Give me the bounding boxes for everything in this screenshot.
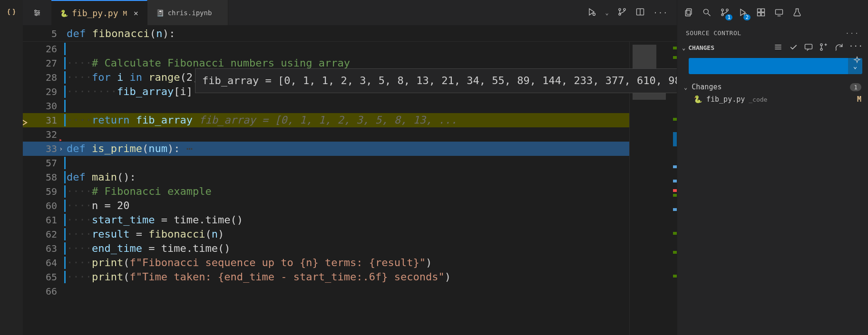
run-debug-icon[interactable]: 2 — [738, 8, 748, 19]
svg-rect-21 — [776, 10, 783, 14]
panel-title: SOURCE CONTROL — [686, 29, 741, 37]
line-number: 58 — [23, 170, 67, 184]
source-control-panel: 1 2 SOURCE CONTROL ··· ⌄ CHANGES ··· — [677, 0, 868, 335]
view-list-icon[interactable] — [773, 42, 783, 53]
branch-icon[interactable] — [617, 7, 627, 18]
line-number: 60 — [23, 199, 67, 213]
tab-filename: fib_py.py — [72, 8, 118, 18]
svg-line-12 — [708, 13, 711, 16]
sticky-scroll[interactable]: 5 def fibonacci(n): — [23, 26, 677, 42]
extensions-icon[interactable] — [756, 8, 766, 19]
svg-point-4 — [619, 9, 621, 10]
chevron-down-icon[interactable]: ⌄ — [605, 10, 608, 16]
svg-rect-20 — [761, 12, 765, 16]
line-number: 31 — [23, 113, 67, 127]
line-number: 29 — [23, 85, 67, 99]
line-number: 26 — [23, 42, 67, 56]
run-debug-icon[interactable] — [587, 7, 596, 18]
line-number: 28 — [23, 70, 67, 85]
svg-point-0 — [35, 10, 36, 11]
svg-rect-17 — [758, 9, 761, 12]
remote-icon[interactable] — [774, 8, 784, 19]
debug-inline-value: fib_array = [0, 1, 1, 2, 3, 5, 8, 13, ..… — [199, 114, 457, 126]
check-icon[interactable] — [789, 42, 798, 53]
python-file-icon: 🐍 — [60, 10, 68, 17]
badge-count: 2 — [743, 14, 751, 20]
editor-column: 🐍 fib_py.py M ✕ 📓 chris.ipynb ⌄ ··· 5 de… — [23, 0, 677, 335]
svg-point-3 — [593, 13, 595, 16]
changed-file-item[interactable]: 🐍 fib_py.py _code M — [682, 93, 863, 105]
panel-top-icons: 1 2 — [677, 0, 868, 26]
commit-button[interactable] — [689, 58, 848, 74]
more-icon[interactable]: ··· — [846, 29, 859, 37]
tab-filename: chris.ipynb — [168, 9, 212, 17]
svg-rect-9 — [687, 9, 692, 14]
line-number: 61 — [23, 213, 67, 227]
files-icon[interactable] — [684, 8, 693, 19]
refresh-icon[interactable] — [834, 42, 844, 53]
message-icon[interactable] — [804, 42, 813, 53]
settings-toggle-icon[interactable] — [23, 0, 51, 25]
svg-rect-18 — [761, 9, 765, 12]
debug-hover-tooltip: fib_array = [0, 1, 1, 2, 3, 5, 8, 13, 21… — [195, 68, 677, 93]
beaker-icon[interactable] — [792, 8, 802, 19]
sticky-code: def fibonacci(n): — [67, 28, 176, 39]
commit-row: ⌄ — [677, 55, 868, 79]
line-number: 32 ▸ — [23, 127, 67, 142]
changes-tree-header[interactable]: ⌄ Changes 1 — [682, 81, 863, 93]
line-number: 64 — [23, 256, 67, 270]
more-icon[interactable]: ··· — [653, 9, 668, 17]
svg-point-1 — [38, 12, 39, 13]
chevron-down-icon[interactable]: ⌄ — [684, 84, 687, 91]
changes-subhead[interactable]: ⌄ CHANGES ··· — [677, 40, 868, 55]
branch-plus-icon[interactable] — [819, 42, 829, 53]
change-count-badge: 1 — [850, 83, 861, 91]
line-number: 5 — [23, 28, 67, 39]
activity-bar — [0, 0, 23, 335]
svg-point-28 — [820, 48, 822, 50]
search-icon[interactable] — [702, 8, 712, 19]
badge-count: 1 — [725, 14, 732, 20]
changed-file-name: fib_py.py — [706, 95, 745, 104]
close-icon[interactable]: ✕ — [134, 9, 138, 18]
changes-tree: ⌄ Changes 1 🐍 fib_py.py _code M — [677, 79, 868, 107]
chevron-down-icon[interactable]: ⌄ — [682, 45, 685, 51]
line-number: 63 — [23, 241, 67, 256]
svg-rect-26 — [805, 44, 812, 49]
svg-point-5 — [624, 9, 625, 10]
line-number: 65 — [23, 270, 67, 284]
line-number: 66 — [23, 284, 67, 298]
notebook-file-icon: 📓 — [156, 9, 164, 17]
change-status: M — [857, 95, 861, 104]
editor-body[interactable]: 26 27 ····# Calculate Fibonacci numbers … — [23, 42, 677, 335]
changed-file-path: _code — [749, 96, 767, 103]
line-number: 62 — [23, 227, 67, 241]
line-number: › 33 — [23, 142, 67, 156]
tab-modified-indicator: M — [123, 10, 127, 17]
editor-tab-chris-ipynb[interactable]: 📓 chris.ipynb — [147, 0, 228, 25]
svg-rect-10 — [685, 10, 690, 16]
line-number: 59 — [23, 184, 67, 199]
split-editor-icon[interactable] — [635, 7, 645, 18]
svg-point-11 — [703, 9, 708, 14]
fold-collapsed-icon[interactable]: › — [59, 142, 63, 156]
more-icon[interactable]: ··· — [849, 42, 863, 53]
svg-point-14 — [726, 9, 728, 10]
sparkle-icon[interactable] — [853, 56, 861, 66]
changes-label: CHANGES — [688, 44, 714, 51]
editor-actions: ⌄ ··· — [587, 0, 677, 25]
source-control-icon[interactable]: 1 — [720, 8, 730, 19]
svg-point-13 — [722, 9, 723, 10]
panel-title-row: SOURCE CONTROL ··· — [677, 26, 868, 40]
folded-function-row[interactable]: › 33 def is_prime(num): ⋯ — [23, 142, 629, 156]
svg-rect-19 — [758, 12, 761, 16]
json-outline-icon[interactable] — [5, 6, 18, 19]
python-file-icon: 🐍 — [693, 95, 702, 104]
svg-point-2 — [36, 14, 37, 15]
svg-point-27 — [820, 44, 822, 46]
editor-tab-fib-py[interactable]: 🐍 fib_py.py M ✕ — [51, 0, 147, 25]
tab-bar: 🐍 fib_py.py M ✕ 📓 chris.ipynb ⌄ ··· — [23, 0, 677, 26]
line-number: 30 — [23, 99, 67, 113]
line-number: 57 — [23, 156, 67, 170]
current-execution-line: 31 ····return fib_array fib_array = [0, … — [23, 113, 629, 127]
